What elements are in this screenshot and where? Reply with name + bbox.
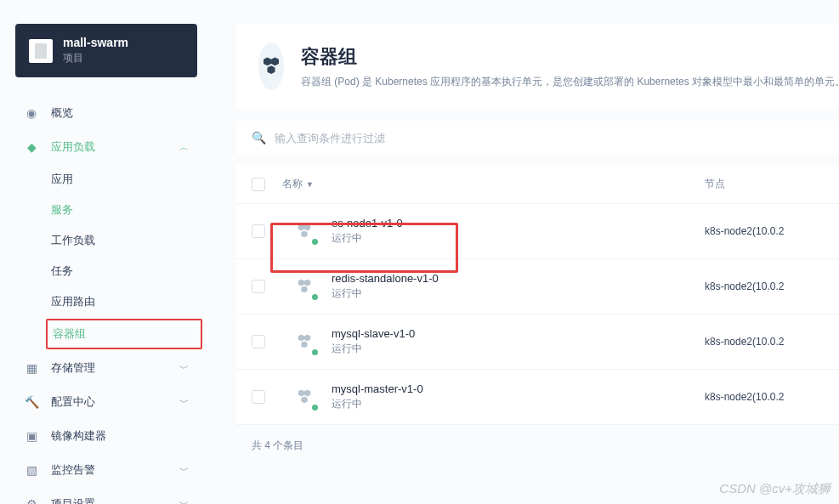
project-title: mall-swarm <box>63 36 128 49</box>
table-row[interactable]: mysql-slave-v1-0 运行中 k8s-node2(10.0.2 <box>236 314 839 370</box>
table-header-row: 名称 ▼ 节点 <box>236 165 839 204</box>
svg-marker-1 <box>271 58 279 66</box>
pod-icon <box>289 382 320 412</box>
sidebar-item-label: 配置中心 <box>51 394 95 410</box>
svg-marker-6 <box>298 280 304 286</box>
table-footer: 共 4 个条目 <box>236 425 839 467</box>
svg-marker-5 <box>301 230 307 237</box>
sidebar-item-label: 存储管理 <box>51 360 95 376</box>
chevron-down-icon: ﹀ <box>179 464 189 477</box>
page-description: 容器组 (Pod) 是 Kubernetes 应用程序的基本执行单元，是您创建或… <box>301 75 839 89</box>
select-all-checkbox[interactable] <box>252 178 265 191</box>
svg-marker-9 <box>298 335 304 342</box>
svg-marker-10 <box>304 335 310 342</box>
sidebar-item-storage[interactable]: ▦ 存储管理 ﹀ <box>15 351 197 385</box>
sidebar-sub-route[interactable]: 应用路由 <box>51 286 197 317</box>
svg-marker-3 <box>298 224 304 231</box>
watermark: CSDN @cv+攻城狮 <box>719 481 830 497</box>
svg-marker-8 <box>301 286 307 292</box>
sidebar-item-label: 项目设置 <box>51 496 95 504</box>
pod-icon <box>289 216 320 246</box>
pod-node: k8s-node2(10.0.2 <box>705 280 824 292</box>
svg-marker-2 <box>268 65 275 74</box>
sidebar-sub-service[interactable]: 服务 <box>51 195 197 225</box>
sidebar-item-label: 概览 <box>51 105 73 121</box>
hammer-icon: 🔨 <box>24 395 39 409</box>
sidebar-item-label: 监控告警 <box>51 462 95 478</box>
pod-icon <box>289 326 320 357</box>
sidebar-item-overview[interactable]: ◉ 概览 <box>15 96 197 130</box>
chevron-down-icon: ﹀ <box>179 396 189 409</box>
status-running-icon <box>310 292 320 302</box>
sidebar-item-settings[interactable]: ⚙ 项目设置 ﹀ <box>15 487 197 504</box>
svg-marker-14 <box>301 396 307 403</box>
status-running-icon <box>310 237 320 246</box>
pod-node: k8s-node2(10.0.2 <box>705 336 824 348</box>
storage-icon: ▦ <box>24 361 39 375</box>
search-icon: 🔍 <box>252 131 266 144</box>
pod-name: es-node1-v1-0 <box>332 217 403 229</box>
main-content: 容器组 容器组 (Pod) 是 Kubernetes 应用程序的基本执行单元，是… <box>221 0 839 504</box>
sidebar-sub-workload[interactable]: 工作负载 <box>51 225 197 256</box>
search-bar: 🔍 <box>236 121 839 155</box>
table-row[interactable]: redis-standalone-v1-0 运行中 k8s-node2(10.0… <box>236 259 839 314</box>
pod-icon <box>289 271 320 302</box>
sidebar-sub-task[interactable]: 任务 <box>51 256 197 286</box>
table-row[interactable]: es-node1-v1-0 运行中 k8s-node2(10.0.2 <box>236 204 839 259</box>
dashboard-icon: ◉ <box>24 106 39 120</box>
search-input[interactable] <box>275 132 824 144</box>
chevron-down-icon: ﹀ <box>179 498 189 505</box>
pod-node: k8s-node2(10.0.2 <box>705 391 824 403</box>
sidebar-item-label: 镜像构建器 <box>51 428 106 444</box>
status-running-icon <box>310 403 320 412</box>
status-running-icon <box>310 348 320 357</box>
pod-node: k8s-node2(10.0.2 <box>705 225 824 237</box>
svg-marker-12 <box>298 390 304 397</box>
monitor-icon: ▧ <box>24 463 39 477</box>
table-row[interactable]: mysql-master-v1-0 运行中 k8s-node2(10.0.2 <box>236 370 839 425</box>
sidebar-item-label: 应用负载 <box>51 139 95 155</box>
sidebar-sub-pods[interactable]: 容器组 <box>46 319 202 349</box>
row-checkbox[interactable] <box>252 224 265 238</box>
row-checkbox[interactable] <box>252 335 265 348</box>
sort-desc-icon: ▼ <box>306 180 314 189</box>
svg-marker-7 <box>304 280 310 286</box>
svg-marker-0 <box>264 58 271 66</box>
svg-marker-13 <box>304 390 310 397</box>
project-icon <box>29 39 53 63</box>
pod-status: 运行中 <box>332 397 362 411</box>
image-icon: ▣ <box>24 429 39 443</box>
pods-table: 名称 ▼ 节点 es-node1-v1-0 运行中 k8s-node2(10.0… <box>236 165 839 425</box>
pod-status: 运行中 <box>332 286 362 301</box>
pod-name: mysql-slave-v1-0 <box>332 327 415 340</box>
layers-icon: ◆ <box>24 140 39 154</box>
svg-marker-11 <box>301 341 307 348</box>
column-header-name[interactable]: 名称 ▼ <box>282 177 705 191</box>
sidebar: mall-swarm 项目 ◉ 概览 ◆ 应用负载 ︿ 应用 服务 工作负载 任… <box>0 0 213 504</box>
pod-name: redis-standalone-v1-0 <box>332 272 439 285</box>
project-label: 项目 <box>63 51 128 65</box>
row-checkbox[interactable] <box>252 390 265 404</box>
project-card[interactable]: mall-swarm 项目 <box>15 24 197 77</box>
sidebar-submenu: 应用 服务 工作负载 任务 应用路由 容器组 <box>15 164 197 349</box>
row-checkbox[interactable] <box>252 280 265 293</box>
sidebar-item-config[interactable]: 🔨 配置中心 ﹀ <box>15 385 197 419</box>
sidebar-item-workload[interactable]: ◆ 应用负载 ︿ <box>15 130 197 164</box>
sidebar-item-image[interactable]: ▣ 镜像构建器 <box>15 419 197 453</box>
page-header: 容器组 容器组 (Pod) 是 Kubernetes 应用程序的基本执行单元，是… <box>236 24 839 109</box>
pod-status: 运行中 <box>332 231 362 246</box>
sidebar-sub-app[interactable]: 应用 <box>51 164 197 195</box>
sidebar-item-monitor[interactable]: ▧ 监控告警 ﹀ <box>15 453 197 487</box>
gear-icon: ⚙ <box>24 497 39 504</box>
svg-marker-4 <box>304 224 310 231</box>
chevron-down-icon: ﹀ <box>179 362 189 375</box>
pods-icon <box>258 42 284 90</box>
page-title: 容器组 <box>301 44 839 70</box>
pod-status: 运行中 <box>332 342 362 356</box>
column-header-node[interactable]: 节点 <box>705 177 824 191</box>
chevron-up-icon: ︿ <box>179 141 189 154</box>
pod-name: mysql-master-v1-0 <box>332 382 423 395</box>
